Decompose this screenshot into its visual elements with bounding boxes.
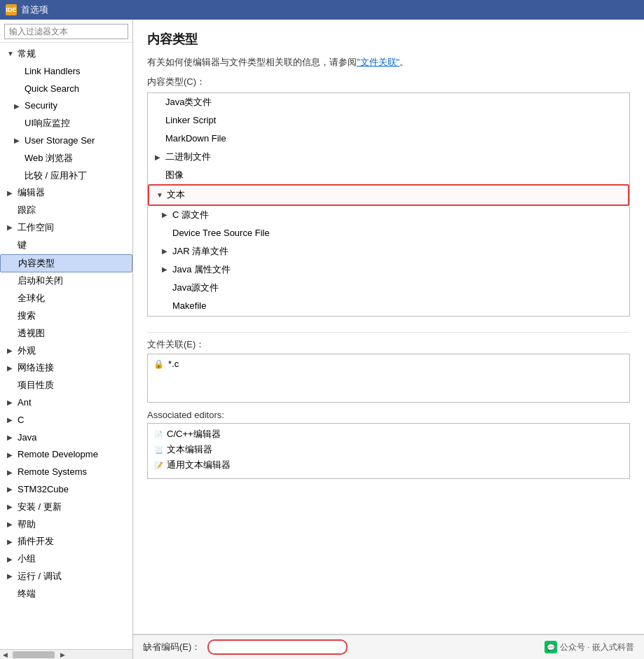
file-assoc-item[interactable]: 🔒*.c [153,357,624,370]
tree-item-network[interactable]: ▶网络连接 [0,359,132,377]
tree-item-security[interactable]: ▶Security [0,97,132,115]
editor-item-text[interactable]: 📃文本编辑器 [153,442,624,457]
encoding-input[interactable] [207,639,348,655]
tree-item-webBrowser[interactable]: Web 浏览器 [0,150,132,167]
tree-item-search[interactable]: 搜索 [0,307,132,325]
right-content: 内容类型 有关如何使编辑器与文件类型相关联的信息，请参阅"文件关联"。 内容类型… [133,20,644,634]
tree-item-editor[interactable]: ▶编辑器 [0,184,132,202]
tree-container[interactable]: ▼常规Link HandlersQuick Search▶SecurityUI响… [0,43,132,649]
tree-label-compare: 比较 / 应用补丁 [25,169,87,183]
tree-arrow-userStorage: ▶ [14,135,22,146]
tree-item-changgui[interactable]: ▼常规 [0,46,132,63]
content-item-cSource[interactable]: ▶C 源文件 [148,206,629,224]
tree-item-group[interactable]: ▶小组 [0,550,132,568]
content-item-text[interactable]: ▼文本 [148,184,629,205]
tree-item-c[interactable]: ▶C [0,412,132,429]
content-item-javaClass[interactable]: Java类文件 [148,93,629,111]
tree-item-uiMonitor[interactable]: UI响应监控 [0,115,132,132]
tree-arrow-changgui: ▼ [7,48,15,60]
content-item-markdownFile[interactable]: MarkDown File [148,130,629,148]
content-item-javaSource[interactable]: Java源文件 [148,279,629,297]
tree-arrow-java: ▶ [7,432,15,443]
tree-item-ant[interactable]: ▶Ant [0,394,132,412]
tree-label-security: Security [25,99,57,113]
tree-item-trace[interactable]: 跟踪 [0,202,132,219]
tree-label-quickSearch: Quick Search [25,82,79,97]
tree-label-projectProperties: 项目性质 [18,378,54,393]
tree-label-group: 小组 [18,552,36,567]
lock-icon: 🔒 [153,359,164,369]
tree-item-runDebug[interactable]: ▶运行 / 调试 [0,568,132,585]
tree-label-c: C [18,413,24,428]
content-arrow-text: ▼ [156,189,165,201]
editor-item-cpp[interactable]: 📄C/C++编辑器 [153,426,624,442]
description-end: 。 [399,57,409,67]
left-panel: ▼常规Link HandlersQuick Search▶SecurityUI响… [0,20,133,659]
tree-item-terminal[interactable]: 终端 [0,585,132,603]
tree-item-quickSearch[interactable]: Quick Search [0,81,132,98]
editor-label-generic: 通用文本编辑器 [167,459,231,471]
tree-arrow-appearance: ▶ [7,345,15,356]
assoc-editors-box: 📄C/C++编辑器📃文本编辑器📝通用文本编辑器 [147,423,630,479]
scroll-left-arrow[interactable]: ◀ [0,650,10,660]
tree-item-stm32[interactable]: ▶STM32Cube [0,481,132,499]
tree-item-globalization[interactable]: 全球化 [0,290,132,307]
tree-item-userStorage[interactable]: ▶User Storage Ser [0,132,132,150]
content-label-image: 图像 [165,167,184,183]
tree-label-pluginDev: 插件开发 [18,534,54,549]
tree-item-transparent[interactable]: 透视图 [0,325,132,342]
editor-icon-generic: 📝 [153,460,163,470]
content-label-cSource: C 源文件 [172,207,209,223]
tree-item-remoteSystems[interactable]: ▶Remote Systems [0,464,132,481]
tree-arrow-help: ▶ [7,519,15,530]
content-item-patchDiff[interactable]: Patch 或 Diff 文件 [148,315,629,317]
file-assoc-label: 文件关联(E)： [147,338,630,351]
tree-item-pluginDev[interactable]: ▶插件开发 [0,533,132,550]
tree-item-remoteDev[interactable]: ▶Remote Developme [0,446,132,464]
tree-item-contentType[interactable]: 内容类型 [0,254,132,273]
tree-label-install: 安装 / 更新 [18,500,62,515]
assoc-editors-section: Associated editors: 📄C/C++编辑器📃文本编辑器📝通用文本… [147,410,630,479]
tree-item-workspace[interactable]: ▶工作空间 [0,219,132,237]
tree-arrow-pluginDev: ▶ [7,536,15,548]
content-item-jarList[interactable]: ▶JAR 清单文件 [148,242,629,261]
ide-icon: IDE [6,4,17,15]
encoding-label: 缺省编码(E)： [143,641,200,653]
tree-item-compare[interactable]: 比较 / 应用补丁 [0,167,132,185]
tree-arrow-install: ▶ [7,501,15,513]
tree-arrow-remoteDev: ▶ [7,450,15,461]
content-item-makefile[interactable]: Makefile [148,297,629,315]
main-container: ▼常规Link HandlersQuick Search▶SecurityUI响… [0,20,644,659]
scroll-right-arrow[interactable]: ▶ [57,650,67,660]
editor-item-generic[interactable]: 📝通用文本编辑器 [153,457,624,473]
tree-item-startup[interactable]: 启动和关闭 [0,272,132,290]
tree-item-java[interactable]: ▶Java [0,429,132,447]
tree-item-help[interactable]: ▶帮助 [0,516,132,534]
right-panel: 内容类型 有关如何使编辑器与文件类型相关联的信息，请参阅"文件关联"。 内容类型… [133,20,644,659]
tree-arrow-remoteSystems: ▶ [7,467,15,478]
tree-arrow-group: ▶ [7,554,15,565]
title-bar-text: 首选项 [21,4,48,16]
content-arrow-cSource: ▶ [162,209,170,221]
tree-arrow-editor: ▶ [7,188,15,199]
filter-input[interactable] [4,24,128,39]
content-item-image[interactable]: 图像 [148,166,629,184]
content-label-makefile: Makefile [172,298,206,314]
bottom-scroll-bar[interactable]: ◀ ▶ [0,649,132,659]
content-item-binaryFile[interactable]: ▶二进制文件 [148,148,629,166]
scroll-thumb[interactable] [13,651,55,658]
file-assoc-link[interactable]: "文件关联" [357,57,399,67]
tree-item-linkHandlers[interactable]: Link Handlers [0,63,132,81]
page-title: 内容类型 [147,31,630,48]
tree-item-key[interactable]: 键 [0,237,132,254]
content-item-deviceTreeSource[interactable]: Device Tree Source File [148,224,629,242]
watermark-text: 公众号 · 嵌入式科普 [560,641,634,653]
tree-item-appearance[interactable]: ▶外观 [0,342,132,360]
tree-item-projectProperties[interactable]: 项目性质 [0,377,132,394]
tree-label-uiMonitor: UI响应监控 [25,116,70,131]
content-item-linkerScript[interactable]: Linker Script [148,111,629,130]
content-item-javaProps[interactable]: ▶Java 属性文件 [148,261,629,279]
content-type-list[interactable]: Java类文件Linker ScriptMarkDown File▶二进制文件图… [147,92,630,317]
editor-label-cpp: C/C++编辑器 [167,428,221,441]
tree-item-install[interactable]: ▶安装 / 更新 [0,499,132,516]
